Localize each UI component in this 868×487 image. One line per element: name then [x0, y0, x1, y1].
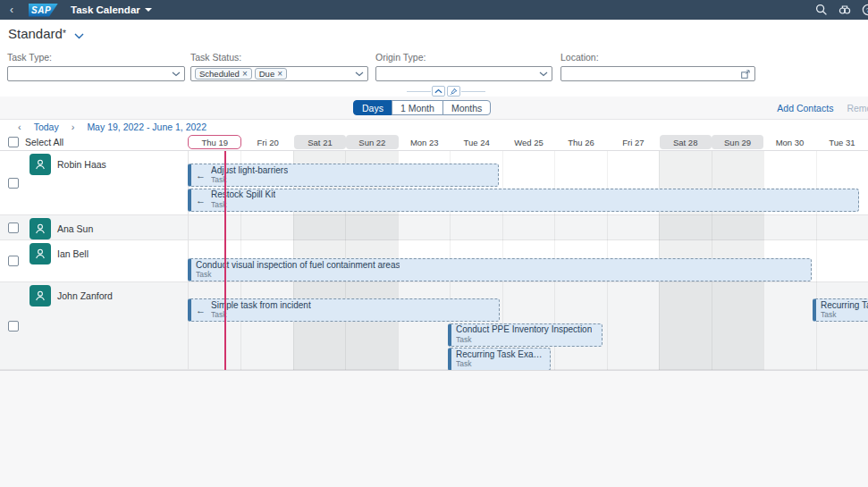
task-title: Restock Spill Kit	[211, 189, 275, 200]
calendar-toolbar: Days1 MonthMonths Add Contacts Remove C	[0, 97, 868, 119]
day-header-label: Wed 25	[514, 138, 544, 147]
task-status-multicombobox[interactable]: Scheduled×Due×	[190, 66, 368, 81]
person-avatar-icon	[29, 154, 51, 175]
chevron-down-icon[interactable]	[539, 71, 548, 77]
task-bar[interactable]: Conduct visual inspection of fuel contai…	[188, 258, 812, 281]
back-icon[interactable]: ‹	[0, 4, 23, 16]
app-title[interactable]: Task Calendar	[71, 4, 140, 15]
day-header-label: Sun 29	[724, 138, 751, 147]
date-range-button[interactable]: May 19, 2022 - June 1, 2022	[87, 122, 206, 132]
task-bar[interactable]: Recurring Task ExTask	[813, 298, 868, 322]
task-bar[interactable]: ←Simple task from incidentTask	[188, 298, 500, 322]
day-header-fri-27[interactable]: Fri 27	[607, 135, 659, 149]
day-header-sat-21[interactable]: Sat 21	[294, 135, 346, 149]
task-bar[interactable]: ←Adjust light-barriersTask	[188, 164, 499, 187]
filter-task-status: Task Status: Scheduled×Due×	[190, 52, 368, 63]
variant-title[interactable]: Standard	[8, 26, 63, 41]
day-header-sat-28[interactable]: Sat 28	[660, 135, 712, 149]
token-remove-icon[interactable]: ×	[277, 70, 282, 79]
filter-bar: Task Type: Task Status: Scheduled×Due× O…	[0, 46, 868, 86]
chevron-down-icon	[145, 8, 152, 12]
origin-type-combobox[interactable]	[375, 66, 552, 81]
calendar-navigation: ‹ Today › May 19, 2022 - June 1, 2022	[0, 120, 868, 134]
token-label: Due	[259, 69, 274, 79]
resource-name: John Zanford	[57, 290, 113, 301]
view-switch: Days1 MonthMonths	[353, 100, 491, 115]
token-scheduled[interactable]: Scheduled×	[195, 68, 252, 80]
day-header-tue-24[interactable]: Tue 24	[451, 135, 502, 149]
filter-collapse-row	[0, 86, 868, 97]
chevron-down-icon[interactable]	[172, 71, 181, 77]
remove-contacts-button[interactable]: Remove C	[847, 103, 868, 113]
collapse-filter-bar-button[interactable]	[432, 86, 445, 97]
day-header-label: Tue 31	[829, 138, 855, 147]
task-bar[interactable]: Recurring Task ExampleTask	[448, 348, 551, 370]
day-header-fri-20[interactable]: Fri 20	[241, 135, 293, 149]
task-text: Recurring Task ExTask	[821, 300, 868, 320]
filter-label: Origin Type:	[375, 52, 552, 63]
filter-collapse-control	[407, 86, 485, 97]
toolbar-actions: Add Contacts Remove C	[777, 103, 868, 113]
pin-filter-bar-button[interactable]	[447, 86, 460, 97]
day-header-mon-30[interactable]: Mon 30	[763, 135, 815, 149]
person-cell: Robin Haas	[0, 151, 188, 214]
task-title: Recurring Task Ex	[821, 300, 868, 311]
day-header-sun-22[interactable]: Sun 22	[346, 135, 398, 149]
day-header-label: Mon 23	[410, 138, 439, 147]
token-remove-icon[interactable]: ×	[242, 70, 248, 79]
task-subtitle: Task	[196, 271, 400, 280]
task-text: Conduct PPE Inventory InspectionTask	[456, 324, 592, 344]
day-header-thu-19[interactable]: Thu 19	[188, 135, 241, 149]
view-months-button[interactable]: Months	[442, 100, 491, 115]
day-header-label: Thu 26	[568, 138, 594, 147]
day-header-sun-29[interactable]: Sun 29	[712, 135, 763, 149]
today-button[interactable]: Today	[34, 122, 59, 132]
divider	[461, 91, 485, 92]
help-icon[interactable]: ?	[862, 4, 868, 16]
app-screen: ‹ SAP Task Calendar ? Standard * Task Ty…	[0, 0, 868, 487]
task-bar[interactable]: ←Restock Spill KitTask	[188, 189, 859, 212]
day-header-tue-31[interactable]: Tue 31	[816, 135, 868, 149]
chevron-down-icon[interactable]	[355, 71, 364, 77]
token-due[interactable]: Due×	[255, 68, 287, 80]
token-label: Scheduled	[199, 69, 240, 79]
resource-checkbox[interactable]	[8, 223, 19, 233]
select-all-row: Select All	[0, 134, 188, 150]
view-1-month-button[interactable]: 1 Month	[392, 100, 443, 115]
chevron-down-icon[interactable]	[74, 27, 84, 43]
day-header-thu-26[interactable]: Thu 26	[555, 135, 607, 149]
location-input[interactable]	[560, 66, 755, 81]
select-all-checkbox[interactable]	[8, 137, 19, 147]
filter-task-type: Task Type:	[7, 52, 185, 63]
task-bar[interactable]: Conduct PPE Inventory InspectionTask	[448, 323, 603, 347]
task-subtitle: Task	[821, 311, 868, 320]
calendar-header: Select All Thu 19Fri 20Sat 21Sun 22Mon 2…	[0, 134, 868, 151]
divider	[407, 91, 431, 92]
calendar-body: Robin HaasAna SunIan BellJohn Zanford ←A…	[0, 151, 868, 370]
task-text: Recurring Task ExampleTask	[456, 349, 550, 369]
task-text: Conduct visual inspection of fuel contai…	[196, 260, 400, 280]
day-header-mon-23[interactable]: Mon 23	[399, 135, 451, 149]
resource-checkbox[interactable]	[8, 256, 19, 266]
task-type-combobox[interactable]	[7, 66, 185, 81]
view-days-button[interactable]: Days	[353, 100, 392, 115]
day-header-label: Thu 19	[201, 138, 228, 147]
filter-label: Location:	[560, 52, 755, 63]
value-help-icon[interactable]	[740, 69, 751, 80]
variant-modified-marker: *	[63, 29, 66, 38]
resource-checkbox[interactable]	[8, 178, 19, 189]
next-interval-icon[interactable]: ›	[72, 122, 75, 132]
day-header-label: Sat 28	[673, 138, 697, 147]
continues-left-icon: ←	[196, 195, 206, 206]
day-header-label: Sat 21	[308, 138, 332, 147]
resource-checkbox[interactable]	[8, 321, 19, 332]
add-contacts-button[interactable]: Add Contacts	[777, 103, 833, 113]
previous-interval-icon[interactable]: ‹	[18, 122, 21, 132]
search-icon[interactable]	[815, 4, 828, 16]
copilot-icon[interactable]	[839, 4, 851, 16]
task-text: Restock Spill KitTask	[211, 189, 275, 209]
resource-name: Ian Bell	[57, 248, 88, 259]
day-header-label: Fri 20	[257, 138, 278, 147]
day-header-label: Fri 27	[622, 138, 644, 147]
day-header-wed-25[interactable]: Wed 25	[502, 135, 554, 149]
